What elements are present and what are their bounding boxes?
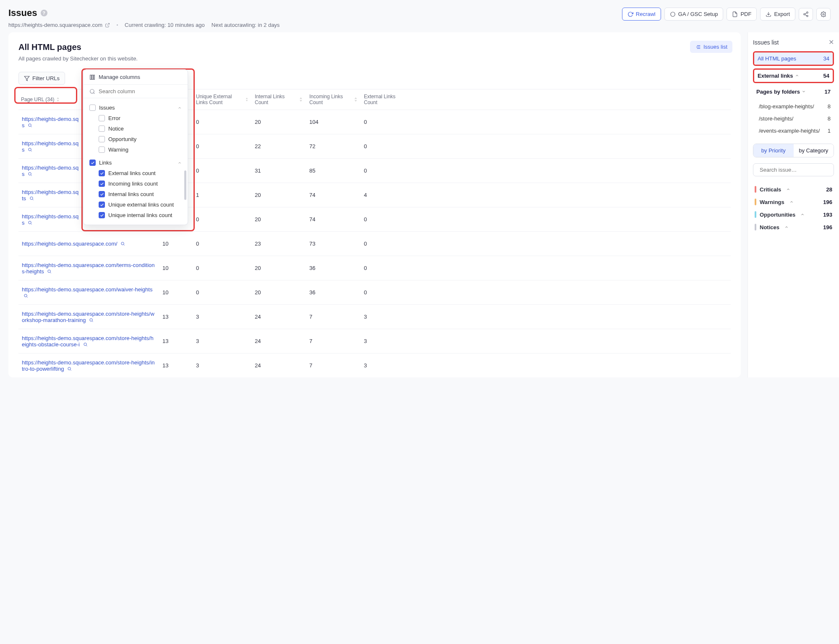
cell: 0 xyxy=(193,119,251,125)
links-group-header[interactable]: Links xyxy=(89,157,182,168)
checkbox-icon[interactable] xyxy=(99,147,105,153)
seg-by-category[interactable]: by Category xyxy=(794,144,834,157)
cell: 0 xyxy=(193,265,251,271)
svg-line-27 xyxy=(31,126,32,127)
checkbox-checked-icon[interactable] xyxy=(99,170,105,176)
checkbox-icon[interactable] xyxy=(99,115,105,121)
checkbox-checked-icon[interactable] xyxy=(99,202,105,208)
issues-group-header[interactable]: Issues xyxy=(89,102,182,113)
export-button[interactable]: Export xyxy=(760,8,795,21)
sidebar-folder-item[interactable]: /blog-example-heights/8 xyxy=(753,100,834,113)
sidebar-item-all-html[interactable]: All HTML pages 34 xyxy=(754,52,833,65)
download-icon xyxy=(766,11,771,17)
column-option-internal-links[interactable]: Internal links count xyxy=(89,189,182,199)
recrawl-button[interactable]: Recrawl xyxy=(622,8,661,21)
seg-by-priority[interactable]: by Priority xyxy=(753,144,794,157)
column-header[interactable]: Incoming Links Count xyxy=(306,94,361,105)
close-icon[interactable]: ✕ xyxy=(829,38,834,46)
svg-line-6 xyxy=(805,14,807,15)
search-issue-input[interactable] xyxy=(760,167,830,173)
search-column-input[interactable] xyxy=(99,88,182,94)
column-option-error[interactable]: Error xyxy=(89,113,182,123)
inspect-icon[interactable] xyxy=(28,147,32,153)
cell: 3 xyxy=(361,338,403,344)
ga-gsc-setup-button[interactable]: GA / GSC Setup xyxy=(664,8,724,21)
page-url-link[interactable]: https://heights-demo.squarespace.com/sto… xyxy=(22,359,155,372)
page-url-link[interactable]: https://heights-demo.squarespace.com/sto… xyxy=(22,335,154,348)
page-url-link[interactable]: https://heights-demo.sqs xyxy=(22,165,78,177)
cell: 13 xyxy=(159,314,193,320)
checkbox-checked-icon[interactable] xyxy=(99,181,105,187)
column-option-incoming-links[interactable]: Incoming links count xyxy=(89,178,182,189)
column-option-warning[interactable]: Warning xyxy=(89,144,182,155)
chevron-up-icon xyxy=(786,187,790,191)
table-row: https://heights-demo.squarespace.com/sto… xyxy=(18,329,731,353)
search-issue-input-wrap[interactable] xyxy=(753,163,834,176)
inspect-icon[interactable] xyxy=(120,241,125,247)
severity-row[interactable]: Notices196 xyxy=(753,221,834,233)
checkbox-icon[interactable] xyxy=(99,136,105,142)
page-url-link[interactable]: https://heights-demo.sqs xyxy=(22,116,78,128)
column-option-opportunity[interactable]: Opportunity xyxy=(89,134,182,144)
page-url-link[interactable]: https://heights-demo.sqs xyxy=(22,140,78,153)
checkbox-icon[interactable] xyxy=(99,126,105,132)
settings-button[interactable] xyxy=(816,8,831,21)
column-header[interactable]: External Links Count xyxy=(361,94,403,105)
page-url-link[interactable]: https://heights-demo.squarespace.com/ xyxy=(22,241,125,247)
severity-row[interactable]: Opportunities193 xyxy=(753,208,834,221)
checkbox-icon[interactable] xyxy=(89,105,96,111)
page-url-link[interactable]: https://heights-demo.squarespace.com/sto… xyxy=(22,311,154,323)
cell: 72 xyxy=(306,143,361,149)
sidebar-folder-item[interactable]: /store-heights/8 xyxy=(753,113,834,125)
inspect-icon[interactable] xyxy=(67,366,72,372)
checkbox-checked-icon[interactable] xyxy=(99,191,105,197)
cell: 24 xyxy=(251,362,306,369)
checkbox-checked-icon[interactable] xyxy=(99,212,105,218)
column-option-unique-external[interactable]: Unique external links count xyxy=(89,199,182,210)
filter-urls-button[interactable]: Filter URLs xyxy=(18,72,65,85)
column-header[interactable]: Unique External Links Count xyxy=(193,94,251,105)
sort-icon xyxy=(56,97,60,102)
inspect-icon[interactable] xyxy=(89,317,94,323)
scrollbar[interactable] xyxy=(184,170,186,200)
site-url-link[interactable]: https://heights-demo.squarespace.com xyxy=(8,22,110,28)
inspect-icon[interactable] xyxy=(28,220,32,226)
sidebar-item-pages-by-folders[interactable]: Pages by folders 17 xyxy=(753,86,834,98)
svg-line-45 xyxy=(86,345,87,346)
svg-rect-15 xyxy=(94,75,94,79)
inspect-icon[interactable] xyxy=(28,122,32,128)
cell: 0 xyxy=(193,289,251,296)
checkbox-checked-icon[interactable] xyxy=(89,160,96,166)
share-button[interactable] xyxy=(799,8,813,21)
severity-row[interactable]: Warnings196 xyxy=(753,196,834,208)
page-url-link[interactable]: https://heights-demo.sqts xyxy=(22,189,78,202)
column-option-notice[interactable]: Notice xyxy=(89,123,182,134)
page-url-link[interactable]: https://heights-demo.squarespace.com/wai… xyxy=(22,286,152,299)
svg-marker-24 xyxy=(355,97,357,99)
cell: 7 xyxy=(306,362,361,369)
svg-line-39 xyxy=(50,272,51,273)
severity-indicator xyxy=(755,199,756,205)
cell: 0 xyxy=(193,168,251,174)
inspect-icon[interactable] xyxy=(28,171,32,177)
help-icon[interactable]: ? xyxy=(41,10,47,16)
page-url-link[interactable]: https://heights-demo.squarespace.com/ter… xyxy=(22,262,155,275)
column-option-unique-internal[interactable]: Unique internal links count xyxy=(89,210,182,220)
export-label: Export xyxy=(774,11,790,17)
inspect-icon[interactable] xyxy=(83,341,88,348)
column-option-external-links[interactable]: External links count xyxy=(89,168,182,178)
sidebar-folder-item[interactable]: /events-example-heights/1 xyxy=(753,125,834,137)
column-header[interactable]: Internal Links Count xyxy=(251,94,306,105)
issues-list-button[interactable]: Issues list xyxy=(690,41,732,53)
page-url-link[interactable]: https://heights-demo.sqs xyxy=(22,213,78,226)
inspect-icon[interactable] xyxy=(29,195,34,202)
inspect-icon[interactable] xyxy=(47,268,52,275)
pdf-button[interactable]: PDF xyxy=(727,8,757,21)
analytics-icon xyxy=(670,11,676,17)
inspect-icon[interactable] xyxy=(24,293,28,299)
dropdown-search[interactable] xyxy=(84,85,188,98)
sidebar-item-external-links[interactable]: External links 54 xyxy=(754,70,833,82)
cell: 36 xyxy=(306,265,361,271)
svg-line-33 xyxy=(32,199,33,200)
severity-row[interactable]: Criticals28 xyxy=(753,183,834,196)
